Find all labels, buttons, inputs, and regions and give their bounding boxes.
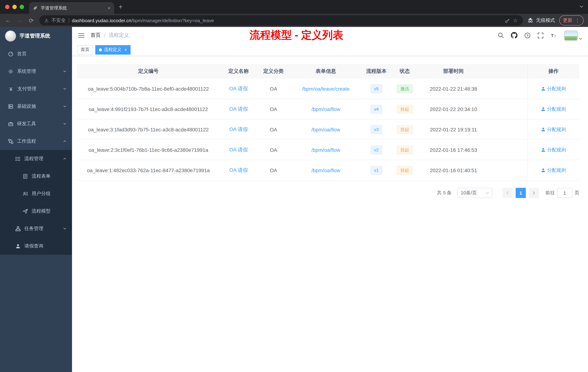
logo-title: 芋道管理系统 [20,33,50,39]
key-icon[interactable] [504,18,510,23]
col-definition-id: 定义编号 [77,64,220,79]
tag-home[interactable]: 首页 [77,45,93,55]
breadcrumb-home[interactable]: 首页 [91,32,101,39]
chevron-down-icon [485,191,489,195]
assign-rule-link[interactable]: 分配规则 [541,126,566,133]
status-tag: 挂起 [397,125,413,134]
sidebar-item-task-management[interactable]: 任务管理 [0,220,72,237]
url-text: dashboard.yudao.iocoder.cn/bpm/manager/d… [72,18,214,23]
form-link[interactable]: /bpm/oa/flow [311,147,340,153]
definition-name-link[interactable]: OA 请假 [229,106,248,112]
assign-rule-link[interactable]: 分配规则 [541,146,566,153]
page-number-button[interactable]: 1 [516,188,526,198]
sidebar-item-leave-query[interactable]: 请假查询 [0,237,72,255]
definition-category: OA [257,99,289,119]
table-row: oa_leave:4:991f2193-7b7f-11ec-a3c8-acde4… [77,99,579,119]
close-window-button[interactable] [5,5,10,9]
assign-rule-label: 分配规则 [547,106,566,112]
form-link[interactable]: /bpm/oa/flow [311,167,340,173]
chevron-left-icon [506,191,509,195]
app-logo[interactable]: 芋道管理系统 [0,27,72,45]
help-icon[interactable]: ? [524,32,531,38]
chrome-update-button[interactable]: 更新 ⋮ [559,15,584,25]
form-link[interactable]: /bpm/oa/flow [311,106,340,112]
next-page-button[interactable] [529,188,539,198]
sidebar-item-dev-tools[interactable]: 研发工具 [0,115,72,132]
chevron-down-icon [63,69,67,74]
deploy-time: 2022-01-22 19:19:11 [419,119,488,139]
sidebar-item-user-group[interactable]: 用户分组 [0,185,72,202]
sidebar-item-label: 用户分组 [32,190,51,197]
kebab-menu-icon[interactable]: ⋮ [575,17,580,23]
definition-name-link[interactable]: OA 请假 [229,126,248,133]
page-size-select[interactable]: 10条/页 [457,188,492,198]
sidebar-item-process-model[interactable]: 流程模型 [0,202,72,220]
github-icon[interactable] [511,32,517,39]
form-link[interactable]: /bpm/oa/leave/create [302,86,350,92]
sidebar-item-workflow[interactable]: 工作流程 [0,132,72,150]
table-row: oa_leave:1:482ec033-762a-11ec-8477-a2380… [77,160,579,181]
assign-rule-link[interactable]: 分配规则 [541,106,566,112]
url-field[interactable]: ⚠ 不安全 dashboard.yudao.iocoder.cn/bpm/man… [39,15,523,25]
sidebar-item-home[interactable]: 首页 [0,45,72,63]
browser-address-bar: ← → ⟳ ⚠ 不安全 dashboard.yudao.iocoder.cn/b… [0,14,588,27]
sidebar-item-payment[interactable]: ¥ 支付管理 [0,80,72,98]
minimize-window-button[interactable] [12,5,17,9]
prev-page-button[interactable] [503,188,513,198]
sidebar-item-process-form[interactable]: 流程表单 [0,167,72,185]
fullscreen-icon[interactable] [537,32,544,38]
form-link[interactable]: /bpm/oa/flow [311,127,340,132]
assign-rule-link[interactable]: 分配规则 [541,85,566,92]
definition-category: OA [257,79,289,99]
incognito-label: 无痕模式 [536,17,555,24]
app-header: 首页 / 流程定义 流程模型 - 定义列表 ? [72,27,588,44]
assign-rule-link[interactable]: 分配规则 [541,167,566,174]
tag-process-definition[interactable]: 流程定义 × [95,45,131,55]
tag-close-icon[interactable]: × [124,47,127,52]
back-button[interactable]: ← [4,17,12,24]
chevron-up-icon [63,139,67,143]
user-icon [541,87,545,91]
chevron-up-icon [63,156,67,161]
zoom-window-button[interactable] [20,5,24,9]
definition-name-link[interactable]: OA 请假 [229,146,248,153]
sidebar-item-label: 支付管理 [17,86,36,92]
version-tag: v4 [370,105,382,113]
chevron-down-icon[interactable] [579,4,584,9]
sidebar-item-process-management[interactable]: 流程管理 [0,150,72,167]
sidebar-item-system[interactable]: 系统管理 [0,63,72,80]
assign-rule-label: 分配规则 [547,126,566,133]
screen: 芋道管理系统 × + ← → ⟳ ⚠ 不安全 dashboard.yudao.i… [0,0,588,372]
search-icon[interactable] [498,32,504,38]
document-icon [22,174,28,179]
forward-button[interactable]: → [16,17,23,24]
user-icon [541,148,545,152]
col-status: 状态 [390,64,419,79]
font-size-icon[interactable]: TT [551,33,557,38]
svg-text:?: ? [526,34,528,37]
pagination: 共 5 条 10条/页 1 前往 页 [77,188,579,198]
sidebar-item-label: 请假查询 [24,243,43,249]
sidebar-collapse-button[interactable] [78,33,85,38]
user-icon [541,107,545,111]
definition-category: OA [257,140,289,160]
sidebar-item-infrastructure[interactable]: 基础设施 [0,98,72,115]
security-label: 不安全 [52,17,66,24]
browser-tab[interactable]: 芋道管理系统 × [29,2,114,14]
deploy-time: 2022-01-22 21:48:38 [419,79,488,99]
definition-id: oa_leave:2:3c1f0ef1-76b1-11ec-9c66-a2380… [77,140,220,160]
tab-close-icon[interactable]: × [108,5,111,11]
svg-text:T: T [554,34,556,37]
bookmark-star-icon[interactable]: ☆ [513,17,518,24]
hamburger-icon [78,33,85,38]
goto-page-input[interactable] [557,188,572,198]
new-tab-button[interactable]: + [114,0,127,14]
version-tag: v5 [370,84,382,93]
definition-name-link[interactable]: OA 请假 [229,85,248,92]
goto-label: 前往 [546,190,555,196]
list-icon [15,156,21,161]
definition-name-link[interactable]: OA 请假 [229,167,248,174]
reload-button[interactable]: ⟳ [28,17,35,24]
user-avatar-menu[interactable] [564,30,582,40]
caret-down-icon [579,37,582,40]
